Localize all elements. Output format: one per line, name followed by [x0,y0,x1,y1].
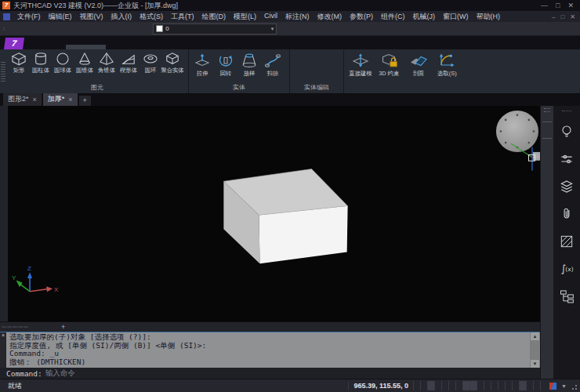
menu-item[interactable]: 标注(N) [281,12,314,22]
command-scrollbar[interactable]: ▲ ▼ [530,332,540,368]
menu-item[interactable]: 视图(V) [76,12,107,22]
menu-item[interactable]: 组件(C) [377,12,409,22]
tool-wedge[interactable]: 楔形体 [118,50,140,74]
structure-icon[interactable] [558,289,575,306]
thcad-logo-icon[interactable]: 7 [4,38,24,49]
status-osnap[interactable] [462,381,469,390]
mdi-restore-button[interactable]: □ [560,13,564,20]
tool-torus[interactable]: 圆环 [140,50,161,74]
status-grid[interactable] [441,381,448,390]
tool-pyramid[interactable]: 角锥体 [96,50,118,74]
solids-subtract[interactable] [305,52,317,62]
tool-sweep[interactable]: 扫掠 [261,50,285,78]
menu-item[interactable]: 参数(P) [346,12,377,22]
first-layout-button[interactable] [2,326,6,328]
lightbulb-icon[interactable] [558,124,575,141]
drawing-canvas[interactable]: Z X Y [8,106,540,321]
menu-item[interactable]: 格式(S) [136,12,167,22]
chevron-down-icon[interactable]: ▼ [561,383,567,389]
toolbar-divider[interactable] [542,122,552,122]
panel-caption[interactable]: 图元 [8,82,187,93]
menu-item[interactable]: 编辑(E) [45,12,76,22]
solids-shell[interactable] [328,62,340,72]
tool-box[interactable]: 矩形 [8,50,30,74]
command-window-grip[interactable]: × [0,332,6,368]
layers-icon[interactable] [558,179,575,196]
face-extrude[interactable] [317,62,328,72]
status-hka[interactable] [526,381,533,390]
face-taper[interactable] [328,52,340,62]
tool-cone[interactable]: 圆锥体 [74,50,96,74]
quick-view-button[interactable] [24,326,28,328]
menu-item[interactable]: 修改(M) [314,12,346,22]
menu-item[interactable]: 插入(I) [107,12,136,22]
chevron-down-icon[interactable]: ▾ [271,26,274,32]
add-layout-button[interactable]: + [58,323,68,331]
hatch-pattern-icon[interactable] [558,234,575,251]
settings-sliders-icon[interactable] [558,151,575,169]
doc-tab-thicken[interactable]: 加厚* × [43,93,78,106]
status-quad[interactable] [512,381,519,390]
scroll-up-icon[interactable]: ▲ [531,332,539,340]
edge-copy[interactable] [305,72,317,82]
tool-loft[interactable]: 放样 [237,50,261,78]
minimize-button[interactable]: — [541,2,548,9]
close-tab-icon[interactable]: × [33,96,37,103]
status-polar[interactable] [455,381,462,390]
tool-cylinder[interactable]: 圆柱体 [30,50,52,74]
command-history[interactable]: 选取要加厚的(子)对象 [选择选项 (?)]:指定厚度值, 或 [单侧 (SI)… [6,332,530,368]
section-button[interactable]: 剖面 [404,50,433,78]
doc-tab-drawing2[interactable]: 图形2* × [3,93,42,106]
last-layout-button[interactable] [18,326,23,328]
toolbar-grip[interactable]: ⁞ [3,25,4,32]
constraint-3d-button[interactable]: 3D 约束 [375,50,404,78]
prev-layout-button[interactable] [7,326,12,328]
menu-item[interactable]: 机械(J) [409,12,440,22]
solid-box[interactable] [223,169,347,264]
menu-item[interactable]: 模型(L) [230,12,260,22]
status-ortho[interactable] [448,381,455,390]
command-input[interactable]: 输入命令 [45,368,75,379]
menu-item[interactable]: Civil [260,12,281,22]
menu-item[interactable]: 帮助(H) [473,12,505,22]
mdi-close-button[interactable]: ✕ [570,13,575,20]
status-scale[interactable] [491,381,498,390]
workspace-switch-icon[interactable] [549,383,556,390]
ribbon-grip[interactable] [1,60,5,82]
face-copy[interactable] [317,72,328,82]
tool-polysolid[interactable]: 聚合实体 [161,50,183,74]
status-dimstyle[interactable] [420,381,427,390]
status-workspace[interactable] [427,381,434,390]
status-otrack[interactable] [469,381,477,390]
solids-union[interactable] [293,52,305,62]
menu-item[interactable]: 绘图(D) [198,12,230,22]
solids-separate[interactable] [328,72,340,82]
layer-select[interactable]: 0 ▾ [153,24,277,34]
status-snap[interactable] [434,381,441,390]
resize-grip[interactable] [571,382,577,390]
menu-item[interactable]: 窗口(W) [439,12,473,22]
menu-item[interactable]: 工具(T) [167,12,198,22]
next-layout-button[interactable] [13,326,17,328]
solids-intersect[interactable] [293,62,305,72]
attachment-icon[interactable] [558,206,575,223]
status-lineweight[interactable] [477,381,484,390]
panel-caption[interactable]: 实体 [190,82,288,93]
command-prompt[interactable]: Command: 输入命令 [0,368,540,379]
status-textstyle[interactable] [413,381,420,390]
tool-revolve[interactable]: 回转 [214,50,237,78]
select-button[interactable]: 选取(S) [433,50,462,78]
close-button[interactable]: ✕ [567,2,574,9]
status-lockui[interactable] [533,381,540,390]
panel-caption[interactable]: 实体编辑 [292,82,342,93]
status-ducs[interactable] [498,381,505,390]
mdi-minimize-button[interactable]: – [552,13,555,20]
status-annoscale[interactable] [540,381,547,390]
menu-item[interactable]: 文件(F) [13,12,45,22]
tool-sphere[interactable]: 圆球体 [52,50,74,74]
maximize-button[interactable]: □ [556,2,560,9]
edge-fillet[interactable] [317,52,328,62]
orbit-sphere[interactable] [496,111,538,152]
formula-icon[interactable] [558,261,575,278]
new-tab-button[interactable]: + [79,96,91,106]
